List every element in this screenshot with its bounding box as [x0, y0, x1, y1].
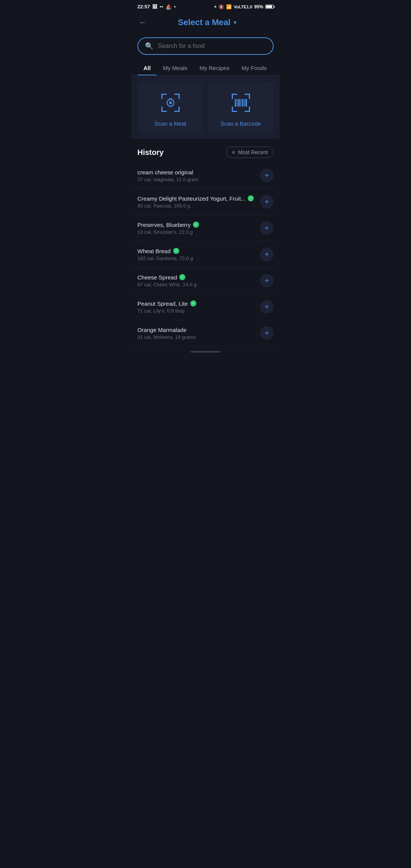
food-item: Peanut Spread, Lite ✓ 71 cal, Lily's, 0.…: [131, 294, 280, 320]
food-info: Peanut Spread, Lite ✓ 71 cal, Lily's, 0.…: [137, 300, 255, 314]
status-bar: 22:57 🖼 ●● ⛵ ● + 🔇 📶 VoLTE1.ll 95%: [131, 0, 280, 12]
svg-rect-1: [161, 94, 162, 99]
history-title: History: [137, 148, 164, 157]
food-info: Preserves, Blueberry ✓ 13 cal, Smucker's…: [137, 222, 255, 235]
add-food-button[interactable]: +: [260, 247, 274, 261]
page-title: Select a Meal: [178, 18, 230, 27]
svg-rect-22: [235, 99, 236, 107]
food-info: Orange Marmalade 31 cal, Molinera, 19 gr…: [137, 327, 255, 340]
food-meta: 71 cal, Lily's, 0.8 tbsp: [137, 308, 255, 314]
wifi-icon: 📶: [226, 4, 232, 10]
scan-barcode-label: Scan a Barcode: [220, 120, 261, 127]
food-item: cream cheese original 37 cal, magnolia, …: [131, 163, 280, 189]
food-item: Creamy Delight Pasteurized Yogurt, Fruit…: [131, 189, 280, 215]
food-name: Orange Marmalade: [137, 327, 255, 333]
food-item: Orange Marmalade 31 cal, Molinera, 19 gr…: [131, 320, 280, 346]
search-input[interactable]: [158, 43, 266, 49]
verified-badge: ✓: [193, 222, 199, 228]
bluetooth-icon: +: [214, 4, 217, 10]
food-item: Preserves, Blueberry ✓ 13 cal, Smucker's…: [131, 215, 280, 241]
tab-my-foods[interactable]: My Foods: [236, 61, 273, 75]
sort-button[interactable]: ≡ Most Recent: [226, 147, 274, 158]
scroll-indicator: [131, 346, 280, 357]
svg-rect-23: [237, 99, 237, 107]
svg-rect-21: [249, 107, 250, 112]
scan-meal-icon: [158, 91, 183, 115]
food-item: Cheese Spread ✓ 67 cal, Cheez Whiz, 24.0…: [131, 268, 280, 294]
svg-point-9: [169, 102, 172, 104]
svg-rect-26: [242, 99, 243, 107]
status-time: 22:57: [137, 4, 150, 10]
add-food-button[interactable]: +: [260, 274, 274, 287]
add-food-button[interactable]: +: [260, 195, 274, 209]
search-icon: 🔍: [145, 42, 153, 50]
dropdown-arrow-icon[interactable]: ▾: [234, 19, 236, 26]
svg-rect-25: [241, 99, 241, 107]
status-left: 22:57 🖼 ●● ⛵ ●: [137, 4, 176, 10]
add-food-button[interactable]: +: [260, 300, 274, 314]
food-meta: 37 cal, magnolia, 11.0 gram: [137, 177, 255, 182]
scan-section: Scan a Meal: [131, 75, 280, 139]
add-food-button[interactable]: +: [260, 326, 274, 340]
photo-icon: 🖼: [152, 4, 157, 10]
header: ← Select a Meal ▾: [131, 12, 280, 34]
food-meta: 182 cal, Gardenia, 70.0 g: [137, 255, 255, 261]
tab-my-recipes[interactable]: My Recipes: [193, 61, 235, 75]
food-name: Cheese Spread ✓: [137, 274, 255, 281]
signal-icon: VoLTE1.ll: [234, 5, 252, 9]
food-meta: 13 cal, Smucker's, 22.0 g: [137, 229, 255, 235]
food-list: cream cheese original 37 cal, magnolia, …: [131, 163, 280, 346]
svg-rect-5: [161, 107, 162, 112]
food-info: cream cheese original 37 cal, magnolia, …: [137, 169, 255, 182]
verified-badge: ✓: [179, 274, 185, 280]
scan-meal-card[interactable]: Scan a Meal: [137, 81, 203, 133]
food-meta: 90 cal, Pascual, 100.0 g: [137, 203, 255, 209]
nav-icon: ⛵: [166, 4, 172, 10]
food-meta: 31 cal, Molinera, 19 grams: [137, 334, 255, 340]
verified-badge: ✓: [190, 300, 196, 306]
verified-badge: ✓: [248, 195, 254, 201]
food-name: Creamy Delight Pasteurized Yogurt, Fruit…: [137, 195, 255, 202]
scan-meal-label: Scan a Meal: [155, 120, 186, 127]
verified-badge: ✓: [173, 248, 179, 254]
scan-barcode-card[interactable]: Scan a Barcode: [208, 81, 274, 133]
search-container: 🔍: [131, 34, 280, 61]
food-name: Preserves, Blueberry ✓: [137, 222, 255, 228]
food-info: Wheat Bread ✓ 182 cal, Gardenia, 70.0 g: [137, 248, 255, 261]
svg-rect-17: [249, 94, 250, 99]
food-meta: 67 cal, Cheez Whiz, 24.0 g: [137, 282, 255, 287]
scan-barcode-icon: [229, 91, 253, 115]
svg-rect-28: [245, 99, 247, 107]
tabs-bar: All My Meals My Recipes My Foods: [131, 61, 280, 75]
sort-label: Most Recent: [238, 149, 268, 155]
svg-rect-27: [244, 99, 245, 107]
add-food-button[interactable]: +: [260, 169, 274, 182]
status-right: + 🔇 📶 VoLTE1.ll 95%: [214, 4, 274, 10]
food-name: cream cheese original: [137, 169, 255, 176]
food-name: Peanut Spread, Lite ✓: [137, 300, 255, 307]
scroll-bar: [190, 351, 221, 353]
history-header: History ≡ Most Recent: [131, 139, 280, 163]
tab-my-meals[interactable]: My Meals: [157, 61, 193, 75]
mute-icon: 🔇: [218, 4, 224, 10]
battery-icon: [265, 5, 274, 9]
battery-percent: 95%: [254, 4, 263, 10]
dot-icon: ●●: [159, 5, 163, 8]
header-title: Select a Meal ▾: [153, 18, 261, 27]
svg-rect-19: [232, 107, 233, 112]
svg-rect-24: [238, 99, 240, 107]
search-box[interactable]: 🔍: [137, 37, 274, 55]
food-name: Wheat Bread ✓: [137, 248, 255, 254]
dot2-icon: ●: [174, 5, 176, 8]
svg-rect-7: [178, 107, 180, 112]
food-info: Creamy Delight Pasteurized Yogurt, Fruit…: [137, 195, 255, 209]
svg-rect-15: [232, 94, 233, 99]
sort-icon: ≡: [232, 149, 235, 155]
food-item: Wheat Bread ✓ 182 cal, Gardenia, 70.0 g …: [131, 241, 280, 268]
tab-all[interactable]: All: [137, 61, 157, 75]
svg-rect-3: [178, 94, 180, 99]
food-info: Cheese Spread ✓ 67 cal, Cheez Whiz, 24.0…: [137, 274, 255, 287]
back-button[interactable]: ←: [137, 16, 148, 28]
add-food-button[interactable]: +: [260, 221, 274, 235]
